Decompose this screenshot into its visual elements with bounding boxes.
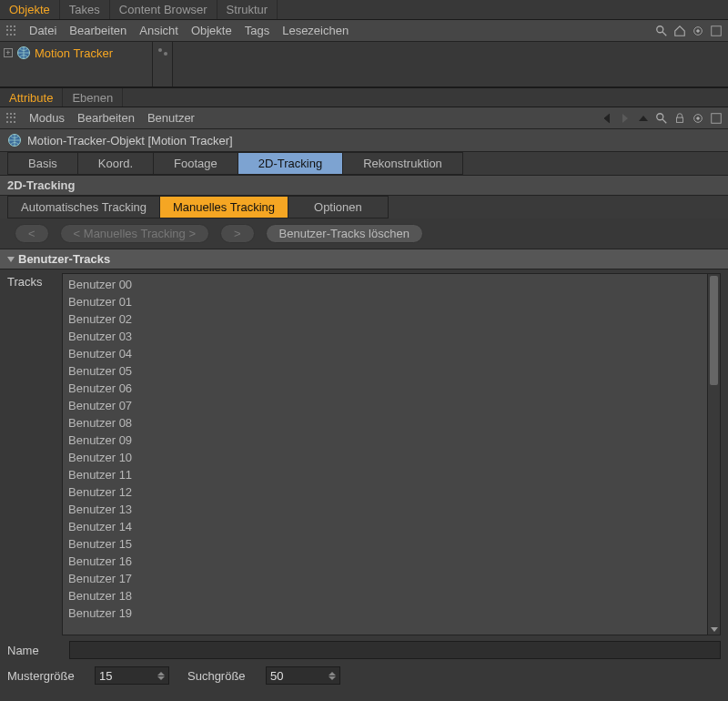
track-item[interactable]: Benutzer 09 <box>68 432 714 449</box>
menu-modus[interactable]: Modus <box>29 111 65 125</box>
history-up-icon[interactable] <box>637 112 650 125</box>
scrollbar[interactable] <box>707 274 720 635</box>
nav-row: < < Manuelles Tracking > > Benutzer-Trac… <box>0 218 728 249</box>
search-icon[interactable] <box>655 112 668 125</box>
menu-bearbeiten[interactable]: Bearbeiten <box>77 111 135 125</box>
name-label: Name <box>7 644 60 657</box>
track-item[interactable]: Benutzer 03 <box>68 328 714 345</box>
track-item[interactable]: Benutzer 05 <box>68 362 714 380</box>
spinner-up-icon[interactable] <box>329 672 336 676</box>
muster-input[interactable]: 15 <box>95 666 169 685</box>
subtab-auto-tracking[interactable]: Automatisches Tracking <box>7 196 160 218</box>
track-item[interactable]: Benutzer 06 <box>68 380 714 397</box>
search-icon[interactable] <box>655 25 668 37</box>
svg-rect-4 <box>712 25 722 36</box>
spinner-down-icon[interactable] <box>329 676 336 680</box>
home-icon[interactable] <box>673 25 686 37</box>
tag-area <box>173 42 728 86</box>
visibility-column[interactable] <box>153 42 173 86</box>
scroll-thumb[interactable] <box>710 276 718 385</box>
grip-icon[interactable] <box>5 25 16 36</box>
svg-point-3 <box>697 29 700 32</box>
maximize-icon[interactable] <box>710 25 723 37</box>
svg-point-0 <box>657 25 663 32</box>
tab-2d-tracking[interactable]: 2D-Tracking <box>238 152 343 175</box>
menu-objekte[interactable]: Objekte <box>191 24 232 37</box>
track-item[interactable]: Benutzer 15 <box>68 535 714 553</box>
tab-objekte[interactable]: Objekte <box>0 0 60 19</box>
such-input[interactable]: 50 <box>266 666 340 685</box>
track-item[interactable]: Benutzer 01 <box>68 293 714 310</box>
track-item[interactable]: Benutzer 12 <box>68 483 714 501</box>
object-title: Motion-Tracker-Objekt [Motion Tracker] <box>27 134 233 147</box>
track-item[interactable]: Benutzer 11 <box>68 466 714 483</box>
track-item[interactable]: Benutzer 17 <box>68 570 714 587</box>
spinner-down-icon[interactable] <box>157 676 165 680</box>
object-manager-menubar: Datei Bearbeiten Ansicht Objekte Tags Le… <box>0 20 728 42</box>
subtab-manual-tracking[interactable]: Manuelles Tracking <box>160 196 288 218</box>
object-label: Motion Tracker <box>35 46 113 60</box>
options-icon[interactable] <box>692 112 704 125</box>
menu-bearbeiten[interactable]: Bearbeiten <box>69 24 126 37</box>
spinner-up-icon[interactable] <box>157 672 165 676</box>
muster-label: Mustergröße <box>7 669 86 683</box>
history-fwd-icon[interactable] <box>619 112 632 125</box>
track-item[interactable]: Benutzer 10 <box>68 449 714 466</box>
chevron-down-icon <box>7 257 15 262</box>
track-item[interactable]: Benutzer 00 <box>68 276 714 293</box>
menu-lesezeichen[interactable]: Lesezeichen <box>282 24 349 37</box>
menu-benutzer[interactable]: Benutzer <box>147 111 195 125</box>
tab-attribute[interactable]: Attribute <box>0 88 63 107</box>
section-heading: 2D-Tracking <box>0 176 728 196</box>
track-item[interactable]: Benutzer 08 <box>68 414 714 432</box>
tracks-listbox[interactable]: Benutzer 00Benutzer 01Benutzer 02Benutze… <box>62 273 721 635</box>
maximize-icon[interactable] <box>710 112 723 125</box>
options-icon[interactable] <box>692 25 704 37</box>
visibility-dots-icon <box>157 47 168 56</box>
name-row: Name <box>0 635 728 661</box>
track-item[interactable]: Benutzer 18 <box>68 587 714 604</box>
manual-toggle-button: < Manuelles Tracking > <box>60 224 209 243</box>
expand-icon[interactable]: + <box>4 48 13 57</box>
scroll-down-button[interactable] <box>708 624 720 635</box>
track-item[interactable]: Benutzer 16 <box>68 553 714 570</box>
property-tabs: Basis Koord. Footage 2D-Tracking Rekonst… <box>0 152 728 176</box>
track-item[interactable]: Benutzer 13 <box>68 501 714 518</box>
lock-icon[interactable] <box>673 112 686 125</box>
tab-koord[interactable]: Koord. <box>78 152 154 175</box>
object-tree: + Motion Tracker <box>0 42 153 86</box>
tab-basis[interactable]: Basis <box>7 152 78 175</box>
history-back-icon[interactable] <box>601 112 613 125</box>
track-item[interactable]: Benutzer 14 <box>68 518 714 535</box>
svg-line-9 <box>662 118 666 122</box>
tab-rekonstruktion[interactable]: Rekonstruktion <box>343 152 463 175</box>
name-input[interactable] <box>69 641 721 659</box>
track-item[interactable]: Benutzer 02 <box>68 310 714 328</box>
tab-takes[interactable]: Takes <box>60 0 110 19</box>
attribute-menubar: Modus Bearbeiten Benutzer <box>0 107 728 129</box>
object-row-motion-tracker[interactable]: + Motion Tracker <box>4 46 148 60</box>
menu-datei[interactable]: Datei <box>29 24 56 37</box>
motion-tracker-icon <box>16 46 31 60</box>
motion-tracker-icon <box>7 133 22 147</box>
delete-user-tracks-button[interactable]: Benutzer-Tracks löschen <box>266 224 423 243</box>
sizes-row: Mustergröße 15 Suchgröße 50 <box>0 661 728 686</box>
group-header-benutzer-tracks[interactable]: Benutzer-Tracks <box>0 249 728 269</box>
track-item[interactable]: Benutzer 04 <box>68 345 714 362</box>
tab-content-browser[interactable]: Content Browser <box>110 0 217 19</box>
svg-rect-10 <box>677 117 683 122</box>
track-item[interactable]: Benutzer 07 <box>68 397 714 414</box>
svg-point-6 <box>158 48 162 52</box>
tab-footage[interactable]: Footage <box>154 152 238 175</box>
menu-tags[interactable]: Tags <box>245 24 269 37</box>
object-manager-tabs: Objekte Takes Content Browser Struktur <box>0 0 728 20</box>
tab-ebenen[interactable]: Ebenen <box>63 88 123 107</box>
menu-ansicht[interactable]: Ansicht <box>139 24 178 37</box>
track-item[interactable]: Benutzer 19 <box>68 604 714 622</box>
subtab-optionen[interactable]: Optionen <box>288 196 389 218</box>
next-button: > <box>220 224 255 243</box>
grip-icon[interactable] <box>5 113 16 124</box>
group-label: Benutzer-Tracks <box>18 252 110 266</box>
tab-struktur[interactable]: Struktur <box>217 0 278 19</box>
object-tree-panel: + Motion Tracker <box>0 42 728 87</box>
